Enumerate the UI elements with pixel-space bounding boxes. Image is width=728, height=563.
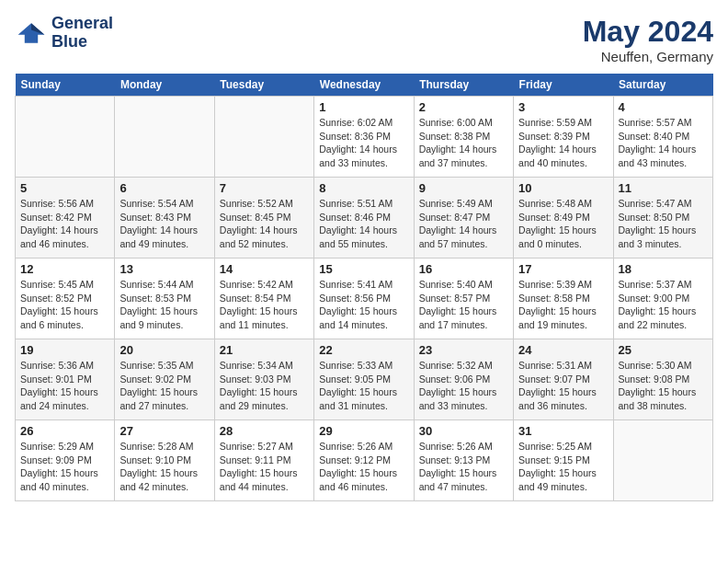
cell-info: Sunrise: 5:51 AMSunset: 8:46 PMDaylight:… bbox=[319, 197, 408, 251]
location: Neuffen, Germany bbox=[583, 49, 713, 64]
cell-info: Sunrise: 5:45 AMSunset: 8:52 PMDaylight:… bbox=[20, 278, 109, 332]
day-number: 16 bbox=[419, 262, 508, 276]
calendar-cell: 31Sunrise: 5:25 AMSunset: 9:15 PMDayligh… bbox=[514, 420, 613, 501]
title-block: May 2024 Neuffen, Germany bbox=[583, 15, 713, 64]
calendar-cell: 28Sunrise: 5:27 AMSunset: 9:11 PMDayligh… bbox=[214, 420, 313, 501]
week-row-3: 12Sunrise: 5:45 AMSunset: 8:52 PMDayligh… bbox=[16, 259, 713, 339]
calendar-cell bbox=[613, 420, 712, 501]
weekday-header-monday: Monday bbox=[115, 74, 214, 97]
cell-info: Sunrise: 5:31 AMSunset: 9:07 PMDaylight:… bbox=[518, 359, 608, 413]
day-number: 18 bbox=[619, 262, 708, 276]
cell-info: Sunrise: 5:32 AMSunset: 9:06 PMDaylight:… bbox=[419, 359, 508, 413]
cell-info: Sunrise: 6:02 AMSunset: 8:36 PMDaylight:… bbox=[319, 116, 408, 170]
calendar-cell: 20Sunrise: 5:35 AMSunset: 9:02 PMDayligh… bbox=[115, 339, 214, 420]
weekday-header-row: SundayMondayTuesdayWednesdayThursdayFrid… bbox=[16, 74, 713, 97]
day-number: 12 bbox=[20, 262, 109, 276]
calendar-cell bbox=[214, 97, 313, 178]
cell-info: Sunrise: 5:57 AMSunset: 8:40 PMDaylight:… bbox=[619, 116, 708, 170]
day-number: 3 bbox=[518, 100, 608, 114]
logo: General Blue bbox=[15, 15, 113, 52]
calendar-table: SundayMondayTuesdayWednesdayThursdayFrid… bbox=[15, 74, 713, 501]
calendar-cell: 24Sunrise: 5:31 AMSunset: 9:07 PMDayligh… bbox=[514, 339, 613, 420]
calendar-cell: 29Sunrise: 5:26 AMSunset: 9:12 PMDayligh… bbox=[314, 420, 414, 501]
day-number: 14 bbox=[220, 262, 309, 276]
calendar-cell: 5Sunrise: 5:56 AMSunset: 8:42 PMDaylight… bbox=[16, 178, 115, 259]
day-number: 21 bbox=[220, 343, 309, 357]
calendar-cell: 1Sunrise: 6:02 AMSunset: 8:36 PMDaylight… bbox=[314, 97, 414, 178]
month-title: May 2024 bbox=[583, 15, 713, 49]
calendar-cell: 18Sunrise: 5:37 AMSunset: 9:00 PMDayligh… bbox=[613, 259, 712, 339]
calendar-cell: 2Sunrise: 6:00 AMSunset: 8:38 PMDaylight… bbox=[414, 97, 513, 178]
calendar-cell: 22Sunrise: 5:33 AMSunset: 9:05 PMDayligh… bbox=[314, 339, 414, 420]
cell-info: Sunrise: 5:48 AMSunset: 8:49 PMDaylight:… bbox=[518, 197, 608, 251]
weekday-header-thursday: Thursday bbox=[414, 74, 513, 97]
week-row-1: 1Sunrise: 6:02 AMSunset: 8:36 PMDaylight… bbox=[16, 97, 713, 178]
calendar-cell bbox=[115, 97, 214, 178]
cell-info: Sunrise: 5:27 AMSunset: 9:11 PMDaylight:… bbox=[220, 440, 309, 494]
calendar-cell: 15Sunrise: 5:41 AMSunset: 8:56 PMDayligh… bbox=[314, 259, 414, 339]
day-number: 17 bbox=[518, 262, 608, 276]
cell-info: Sunrise: 5:41 AMSunset: 8:56 PMDaylight:… bbox=[319, 278, 408, 332]
cell-info: Sunrise: 5:28 AMSunset: 9:10 PMDaylight:… bbox=[119, 440, 209, 494]
day-number: 8 bbox=[319, 181, 408, 195]
calendar-cell: 11Sunrise: 5:47 AMSunset: 8:50 PMDayligh… bbox=[613, 178, 712, 259]
day-number: 15 bbox=[319, 262, 408, 276]
day-number: 11 bbox=[619, 181, 708, 195]
day-number: 9 bbox=[419, 181, 508, 195]
cell-info: Sunrise: 5:59 AMSunset: 8:39 PMDaylight:… bbox=[518, 116, 608, 170]
cell-info: Sunrise: 5:52 AMSunset: 8:45 PMDaylight:… bbox=[220, 197, 309, 251]
day-number: 2 bbox=[419, 100, 508, 114]
cell-info: Sunrise: 5:33 AMSunset: 9:05 PMDaylight:… bbox=[319, 359, 408, 413]
day-number: 1 bbox=[319, 100, 408, 114]
calendar-cell: 9Sunrise: 5:49 AMSunset: 8:47 PMDaylight… bbox=[414, 178, 513, 259]
calendar-cell: 10Sunrise: 5:48 AMSunset: 8:49 PMDayligh… bbox=[514, 178, 613, 259]
weekday-header-tuesday: Tuesday bbox=[214, 74, 313, 97]
day-number: 13 bbox=[119, 262, 209, 276]
cell-info: Sunrise: 5:36 AMSunset: 9:01 PMDaylight:… bbox=[20, 359, 109, 413]
calendar-cell: 8Sunrise: 5:51 AMSunset: 8:46 PMDaylight… bbox=[314, 178, 414, 259]
calendar-cell: 12Sunrise: 5:45 AMSunset: 8:52 PMDayligh… bbox=[16, 259, 115, 339]
weekday-header-wednesday: Wednesday bbox=[314, 74, 414, 97]
page-header: General Blue May 2024 Neuffen, Germany bbox=[15, 15, 713, 64]
cell-info: Sunrise: 5:34 AMSunset: 9:03 PMDaylight:… bbox=[220, 359, 309, 413]
cell-info: Sunrise: 5:26 AMSunset: 9:12 PMDaylight:… bbox=[319, 440, 408, 494]
weekday-header-friday: Friday bbox=[514, 74, 613, 97]
calendar-cell: 3Sunrise: 5:59 AMSunset: 8:39 PMDaylight… bbox=[514, 97, 613, 178]
calendar-cell bbox=[16, 97, 115, 178]
cell-info: Sunrise: 6:00 AMSunset: 8:38 PMDaylight:… bbox=[419, 116, 508, 170]
calendar-cell: 27Sunrise: 5:28 AMSunset: 9:10 PMDayligh… bbox=[115, 420, 214, 501]
calendar-cell: 14Sunrise: 5:42 AMSunset: 8:54 PMDayligh… bbox=[214, 259, 313, 339]
cell-info: Sunrise: 5:56 AMSunset: 8:42 PMDaylight:… bbox=[20, 197, 109, 251]
day-number: 30 bbox=[419, 424, 508, 438]
cell-info: Sunrise: 5:42 AMSunset: 8:54 PMDaylight:… bbox=[220, 278, 309, 332]
cell-info: Sunrise: 5:35 AMSunset: 9:02 PMDaylight:… bbox=[119, 359, 209, 413]
day-number: 29 bbox=[319, 424, 408, 438]
calendar-cell: 23Sunrise: 5:32 AMSunset: 9:06 PMDayligh… bbox=[414, 339, 513, 420]
calendar-cell: 25Sunrise: 5:30 AMSunset: 9:08 PMDayligh… bbox=[613, 339, 712, 420]
day-number: 10 bbox=[518, 181, 608, 195]
cell-info: Sunrise: 5:30 AMSunset: 9:08 PMDaylight:… bbox=[619, 359, 708, 413]
cell-info: Sunrise: 5:26 AMSunset: 9:13 PMDaylight:… bbox=[419, 440, 508, 494]
weekday-header-saturday: Saturday bbox=[613, 74, 712, 97]
day-number: 31 bbox=[518, 424, 608, 438]
day-number: 27 bbox=[119, 424, 209, 438]
calendar-cell: 21Sunrise: 5:34 AMSunset: 9:03 PMDayligh… bbox=[214, 339, 313, 420]
calendar-cell: 16Sunrise: 5:40 AMSunset: 8:57 PMDayligh… bbox=[414, 259, 513, 339]
calendar-cell: 19Sunrise: 5:36 AMSunset: 9:01 PMDayligh… bbox=[16, 339, 115, 420]
cell-info: Sunrise: 5:54 AMSunset: 8:43 PMDaylight:… bbox=[119, 197, 209, 251]
day-number: 7 bbox=[220, 181, 309, 195]
day-number: 28 bbox=[220, 424, 309, 438]
day-number: 23 bbox=[419, 343, 508, 357]
calendar-cell: 7Sunrise: 5:52 AMSunset: 8:45 PMDaylight… bbox=[214, 178, 313, 259]
logo-text: General Blue bbox=[51, 15, 113, 52]
calendar-cell: 17Sunrise: 5:39 AMSunset: 8:58 PMDayligh… bbox=[514, 259, 613, 339]
cell-info: Sunrise: 5:29 AMSunset: 9:09 PMDaylight:… bbox=[20, 440, 109, 494]
week-row-2: 5Sunrise: 5:56 AMSunset: 8:42 PMDaylight… bbox=[16, 178, 713, 259]
day-number: 25 bbox=[619, 343, 708, 357]
cell-info: Sunrise: 5:47 AMSunset: 8:50 PMDaylight:… bbox=[619, 197, 708, 251]
day-number: 22 bbox=[319, 343, 408, 357]
calendar-cell: 26Sunrise: 5:29 AMSunset: 9:09 PMDayligh… bbox=[16, 420, 115, 501]
cell-info: Sunrise: 5:39 AMSunset: 8:58 PMDaylight:… bbox=[518, 278, 608, 332]
calendar-cell: 4Sunrise: 5:57 AMSunset: 8:40 PMDaylight… bbox=[613, 97, 712, 178]
day-number: 4 bbox=[619, 100, 708, 114]
